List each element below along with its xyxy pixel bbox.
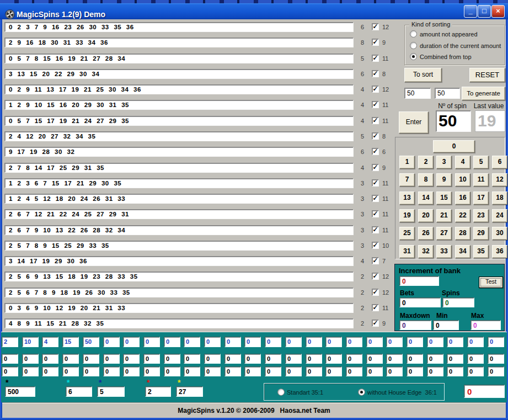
marker-dot: *	[67, 379, 69, 386]
payout-radio[interactable]	[358, 389, 365, 396]
marker-field[interactable]: 500	[5, 386, 35, 397]
marker-field[interactable]: 2	[145, 386, 171, 397]
marker-dot: *	[147, 379, 149, 386]
payout-radio-label: without House Edge 36:1	[367, 389, 437, 396]
marker-dot: *	[6, 379, 8, 386]
result-field[interactable]: 0	[464, 385, 505, 398]
marker-field[interactable]: 27	[176, 386, 203, 397]
marker-dot: *	[178, 379, 180, 386]
statusbar: MagicSpins v.1.20 © 2006-2009 Haosa.net …	[2, 402, 506, 418]
markers: *500*6*5*2*27	[0, 0, 508, 420]
app-window: MagicSpins 1.2(9) Demo _ □ × 0 2 3 7 9 1…	[0, 0, 508, 420]
marker-dot: *	[99, 379, 101, 386]
payout-radio-label: Standart 35:1	[287, 389, 323, 396]
payout-groupbox: Standart 35:1without House Edge 36:1	[264, 383, 445, 401]
marker-field[interactable]: 6	[66, 386, 92, 397]
marker-field[interactable]: 5	[97, 386, 125, 397]
payout-radio[interactable]	[277, 389, 285, 396]
